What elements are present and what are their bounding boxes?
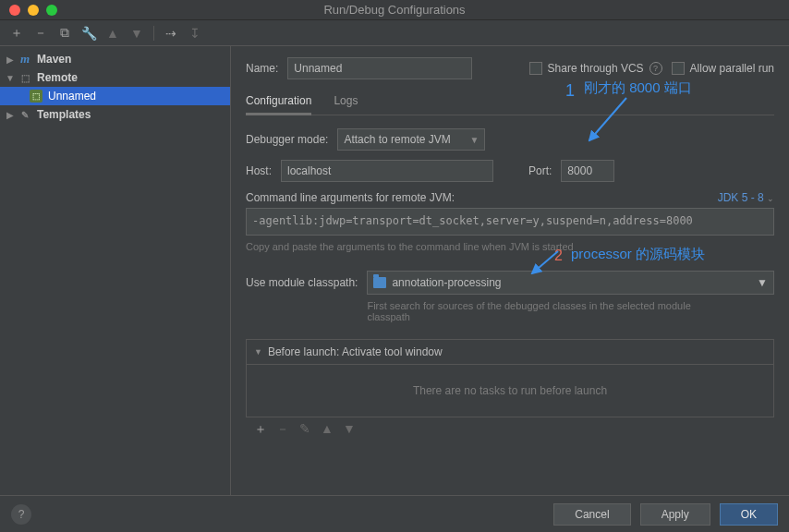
config-tree: ▶ m Maven ▼ ⬚ Remote ⬚ Unnamed ▶ ✎ Templ… (0, 46, 231, 495)
checkbox-icon (529, 62, 542, 75)
add-config-button[interactable]: ＋ (9, 25, 24, 42)
move-up-button[interactable]: ▲ (105, 26, 120, 41)
move-down-button[interactable]: ▼ (129, 26, 144, 41)
collapse-icon: ▼ (6, 73, 15, 83)
checkbox-icon (672, 62, 685, 75)
move-up-button[interactable]: ▲ (320, 421, 334, 438)
sort-button[interactable]: ↧ (188, 26, 202, 41)
dropdown-value: Attach to remote JVM (344, 133, 450, 146)
tab-configuration[interactable]: Configuration (246, 89, 311, 115)
expand-icon: ▶ (6, 54, 15, 65)
allow-parallel-checkbox[interactable]: Allow parallel run (672, 62, 774, 75)
before-launch-section: ▼ Before launch: Activate tool window Th… (246, 339, 774, 417)
config-tabs: Configuration Logs (246, 89, 774, 115)
tree-node-unnamed[interactable]: ⬚ Unnamed (0, 87, 230, 105)
config-toolbar: ＋ － ⧉ 🔧 ▲ ▼ ⇢ ↧ (0, 20, 789, 46)
share-vcs-checkbox[interactable]: Share through VCS ? (529, 62, 662, 75)
checkbox-label: Share through VCS (548, 62, 644, 75)
tree-label: Remote (37, 71, 78, 84)
ok-button[interactable]: OK (720, 503, 778, 526)
dialog-footer: ? Cancel Apply OK (0, 495, 789, 532)
module-classpath-dropdown[interactable]: annotation-processing ▼ (367, 271, 774, 295)
checkbox-label: Allow parallel run (690, 62, 774, 75)
edit-task-button[interactable]: ✎ (297, 421, 312, 438)
jdk-version-dropdown[interactable]: JDK 5 - 8 ⌄ (718, 191, 774, 204)
module-classpath-label: Use module classpath: (246, 271, 358, 289)
before-launch-label: Before launch: Activate tool window (268, 345, 443, 358)
before-launch-header[interactable]: ▼ Before launch: Activate tool window (247, 340, 773, 365)
remove-config-button[interactable]: － (33, 25, 48, 42)
module-icon (373, 277, 386, 288)
cmdline-hint: Copy and paste the arguments to the comm… (246, 241, 774, 252)
folder-button[interactable]: ⇢ (164, 26, 178, 41)
maximize-window-button[interactable] (46, 5, 57, 16)
host-label: Host: (246, 164, 272, 177)
separator (153, 26, 154, 41)
collapse-icon: ▼ (254, 347, 262, 357)
tree-node-maven[interactable]: ▶ m Maven (0, 50, 230, 68)
debugger-mode-label: Debugger mode: (246, 133, 328, 146)
cmdline-text[interactable]: -agentlib:jdwp=transport=dt_socket,serve… (246, 208, 774, 236)
help-button[interactable]: ? (11, 504, 31, 525)
titlebar: Run/Debug Configurations (0, 0, 789, 20)
config-panel: Name: Share through VCS ? Allow parallel… (231, 46, 789, 495)
before-launch-empty: There are no tasks to run before launch (247, 365, 773, 417)
before-launch-toolbar: ＋ － ✎ ▲ ▼ (246, 417, 774, 441)
minimize-window-button[interactable] (28, 5, 39, 16)
port-input[interactable] (561, 160, 614, 182)
config-icon: ⬚ (30, 90, 42, 103)
expand-icon: ▶ (6, 110, 15, 120)
tree-node-templates[interactable]: ▶ ✎ Templates (0, 105, 230, 124)
dropdown-value: annotation-processing (392, 276, 501, 289)
tree-label: Unnamed (48, 90, 96, 103)
module-hint: First search for sources of the debugged… (367, 300, 699, 322)
debugger-mode-dropdown[interactable]: Attach to remote JVM ▼ (337, 128, 485, 151)
templates-icon: ✎ (18, 108, 31, 121)
tree-label: Templates (37, 108, 91, 121)
copy-config-button[interactable]: ⧉ (57, 25, 72, 41)
move-down-button[interactable]: ▼ (342, 421, 357, 438)
name-label: Name: (246, 62, 278, 75)
help-icon[interactable]: ? (649, 62, 662, 75)
cmdline-label: Command line arguments for remote JVM: (246, 191, 455, 204)
remote-icon: ⬚ (18, 71, 31, 84)
close-window-button[interactable] (9, 5, 20, 16)
add-task-button[interactable]: ＋ (253, 421, 268, 438)
chevron-down-icon: ▼ (469, 135, 479, 145)
name-input[interactable] (287, 57, 472, 79)
tree-label: Maven (37, 53, 71, 66)
port-label: Port: (528, 164, 552, 177)
maven-icon: m (18, 53, 31, 66)
remove-task-button[interactable]: － (275, 421, 290, 438)
chevron-down-icon: ⌄ (767, 194, 774, 203)
apply-button[interactable]: Apply (640, 503, 710, 526)
cancel-button[interactable]: Cancel (553, 503, 630, 526)
jdk-label: JDK 5 - 8 (718, 191, 764, 204)
window-controls (0, 5, 57, 16)
window-title: Run/Debug Configurations (0, 3, 789, 17)
tab-logs[interactable]: Logs (334, 89, 358, 115)
edit-defaults-button[interactable]: 🔧 (81, 26, 96, 41)
host-input[interactable] (281, 160, 493, 182)
tree-node-remote[interactable]: ▼ ⬚ Remote (0, 68, 230, 87)
chevron-down-icon: ▼ (757, 276, 768, 289)
